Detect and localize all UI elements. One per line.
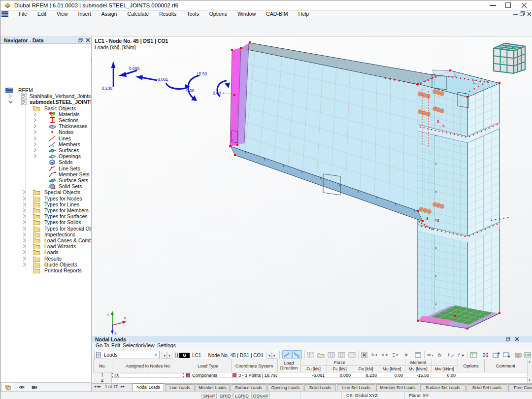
svg-text:0.00: 0.00: [186, 88, 195, 93]
svg-text:15.50: 15.50: [197, 71, 207, 76]
svg-text:-Y: -Y: [500, 60, 505, 65]
svg-text:-Z: -Z: [508, 45, 511, 49]
svg-text:X: X: [124, 316, 127, 320]
svg-text:3: 3: [437, 119, 439, 124]
svg-text:0.00: 0.00: [213, 91, 221, 96]
svg-text:-X: -X: [517, 57, 522, 62]
svg-text:3: 3: [442, 124, 445, 128]
svg-text:3: 3: [437, 218, 439, 223]
svg-text:3: 3: [426, 216, 429, 221]
svg-text:Z: Z: [114, 331, 117, 335]
svg-text:Y: Y: [107, 313, 110, 317]
svg-text:8.238: 8.238: [102, 86, 113, 91]
svg-text:I: I: [53, 144, 54, 147]
svg-text:0.000: 0.000: [129, 66, 140, 71]
svg-text:6.061: 6.061: [158, 77, 168, 82]
